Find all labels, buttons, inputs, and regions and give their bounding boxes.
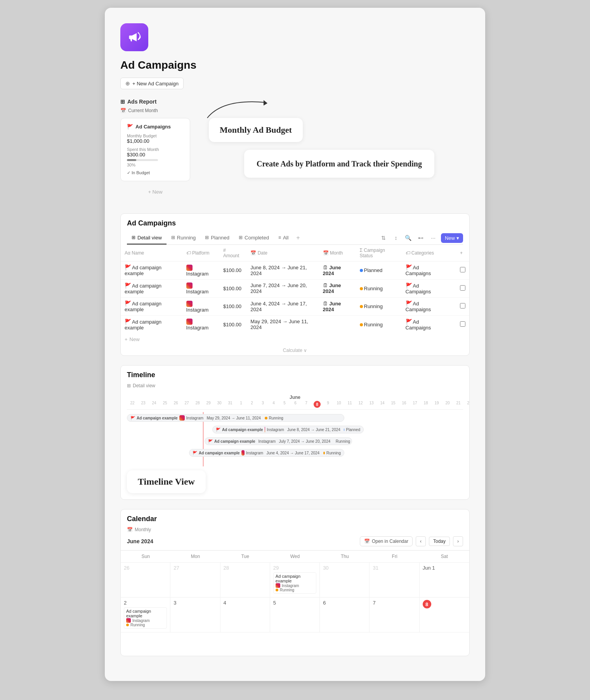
cell-checkbox[interactable] bbox=[456, 315, 469, 333]
calendar-cell: 6 bbox=[320, 598, 370, 632]
new-button[interactable]: New ▾ bbox=[441, 233, 463, 243]
open-calendar-button[interactable]: 📅 Open in Calendar bbox=[360, 536, 413, 546]
cell-date: 5 bbox=[273, 600, 316, 606]
cell-checkbox[interactable] bbox=[456, 279, 469, 298]
report-area: 🚩 Ad Campaigns Monthly Budget $1,000.00 … bbox=[120, 118, 470, 203]
timeline-bar: 🚩Ad campaign example Instagram July 7, 2… bbox=[205, 437, 352, 445]
col-platform: 🏷 Platform bbox=[182, 245, 219, 262]
cell-name: 🚩Ad campaign example bbox=[121, 262, 182, 280]
event-title: Ad campaign example bbox=[276, 574, 314, 583]
calendar-wrapper: SunMonTueWedThuFriSat 26272829 Ad campai… bbox=[121, 551, 469, 632]
calendar-cell: 30 bbox=[320, 563, 370, 598]
calendar-nav: 📅 Open in Calendar ‹ Today › bbox=[360, 536, 463, 546]
calendar-days-header: SunMonTueWedThuFriSat bbox=[121, 551, 469, 563]
timeline-section: Timeline ⊞ Detail view June 222324252627… bbox=[120, 365, 470, 500]
budget-card: 🚩 Ad Campaigns Monthly Budget $1,000.00 … bbox=[120, 118, 190, 203]
calendar-controls: June 2024 📅 Open in Calendar ‹ Today › bbox=[121, 532, 469, 551]
new-campaign-button[interactable]: ⊕ + New Ad Campaign bbox=[120, 78, 184, 89]
more-icon[interactable]: ··· bbox=[429, 233, 438, 243]
cell-status: Planned bbox=[356, 262, 402, 280]
tl-date-cell: 15 bbox=[388, 401, 399, 408]
cell-platform: Instagram bbox=[182, 298, 219, 316]
tab-running[interactable]: ⊞ Running bbox=[167, 232, 200, 244]
cell-date: 31 bbox=[373, 565, 416, 571]
event-title: Ad campaign example bbox=[126, 609, 165, 618]
page-title: Ad Campaigns bbox=[120, 59, 470, 71]
event-status: Running bbox=[126, 623, 165, 627]
next-month-button[interactable]: › bbox=[453, 536, 463, 546]
cell-icon bbox=[448, 298, 456, 316]
event-platform: Instagram bbox=[276, 583, 314, 588]
calendar-day-header: Wed bbox=[270, 551, 320, 562]
tl-date-cell: 4 bbox=[268, 401, 279, 408]
cell-month: 🗓 June 2024 bbox=[319, 262, 356, 280]
platform-col-icon: 🏷 bbox=[186, 250, 191, 256]
tl-date-cell: 27 bbox=[181, 401, 192, 408]
timeline-section-header: Timeline ⊞ Detail view bbox=[121, 366, 469, 392]
prev-month-button[interactable]: ‹ bbox=[416, 536, 426, 546]
cell-date: 26 bbox=[124, 565, 167, 571]
add-row-button[interactable]: + New bbox=[121, 333, 469, 345]
col-extra bbox=[448, 245, 456, 262]
cell-month: 🗓 June 2024 bbox=[319, 279, 356, 298]
today-button[interactable]: Today bbox=[429, 537, 450, 546]
calendar-event: Ad campaign example Instagram Running bbox=[273, 572, 316, 594]
tab-all[interactable]: ≡ All bbox=[274, 232, 293, 244]
megaphone-icon bbox=[127, 30, 141, 44]
calculate-button[interactable]: Calculate ∨ bbox=[121, 345, 469, 355]
planned-icon: ⊞ bbox=[205, 235, 209, 240]
campaigns-section: Ad Campaigns ⊞ Detail view ⊞ Running ⊞ P… bbox=[120, 213, 470, 356]
cell-date: 30 bbox=[323, 565, 366, 571]
cell-date: 3 bbox=[174, 600, 217, 606]
calendar-cell: 31 bbox=[370, 563, 419, 598]
timeline-title: Timeline bbox=[127, 371, 463, 379]
group-icon[interactable]: ⊷ bbox=[416, 233, 425, 243]
cell-date: June 7, 2024 → June 20, 2024 bbox=[246, 279, 319, 298]
month-col-icon: 📅 bbox=[323, 250, 329, 256]
budget-card-inner: 🚩 Ad Campaigns Monthly Budget $1,000.00 … bbox=[120, 118, 190, 181]
sort-icon[interactable]: ↕ bbox=[391, 233, 401, 243]
tab-planned[interactable]: ⊞ Planned bbox=[200, 232, 234, 244]
event-platform: Instagram bbox=[126, 618, 165, 623]
cell-month bbox=[319, 315, 356, 333]
cell-category: 🚩Ad Campaigns bbox=[402, 279, 448, 298]
detail-view-icon: ⊞ bbox=[132, 235, 135, 240]
cell-amount: $100.00 bbox=[219, 262, 246, 280]
cell-date: 2 bbox=[124, 600, 167, 606]
tl-date-cell: 16 bbox=[399, 401, 410, 408]
calendar-cell: Jun 1 bbox=[420, 563, 469, 598]
cell-date: May 29, 2024 → June 11, 2024 bbox=[246, 315, 319, 333]
tab-detail-view[interactable]: ⊞ Detail view bbox=[127, 232, 167, 244]
cell-name: 🚩Ad campaign example bbox=[121, 298, 182, 316]
cell-checkbox[interactable] bbox=[456, 298, 469, 316]
calendar-cell: 7 bbox=[370, 598, 419, 632]
col-date: 📅 Date bbox=[246, 245, 319, 262]
tl-date-cell: 2 bbox=[246, 401, 257, 408]
calendar-cell: 28 bbox=[220, 563, 270, 598]
search-icon[interactable]: 🔍 bbox=[404, 233, 413, 243]
cell-category: 🚩Ad Campaigns bbox=[402, 298, 448, 316]
tab-completed[interactable]: ⊞ Completed bbox=[234, 232, 274, 244]
svg-marker-0 bbox=[264, 100, 267, 106]
add-tab-button[interactable]: + bbox=[293, 231, 303, 244]
cell-icon bbox=[448, 262, 456, 280]
calendar-section-header: Calendar 📅 Monthly bbox=[121, 509, 469, 532]
calendar-cell: 2 Ad campaign example Instagram Running bbox=[121, 598, 170, 632]
cell-date: 27 bbox=[174, 565, 217, 571]
tl-date-cell: 1 bbox=[236, 401, 246, 408]
calendar-bottom-spacer bbox=[121, 632, 469, 656]
tl-date-cell: 20 bbox=[442, 401, 453, 408]
calendar-day-header: Fri bbox=[370, 551, 419, 562]
col-add[interactable]: + bbox=[456, 245, 469, 262]
cell-amount: $100.00 bbox=[219, 315, 246, 333]
cell-status: Running bbox=[356, 279, 402, 298]
filter-icon[interactable]: ⇅ bbox=[379, 233, 388, 243]
new-placeholder[interactable]: + New bbox=[120, 181, 190, 203]
grid-icon: ⊞ bbox=[120, 99, 125, 105]
progress-bar-fill bbox=[127, 159, 136, 161]
calendar-cell: 3 bbox=[170, 598, 220, 632]
cell-date: 7 bbox=[373, 600, 416, 606]
cell-month: 🗓 June 2024 bbox=[319, 298, 356, 316]
cell-checkbox[interactable] bbox=[456, 262, 469, 280]
plus-icon: ⊕ bbox=[125, 80, 130, 87]
